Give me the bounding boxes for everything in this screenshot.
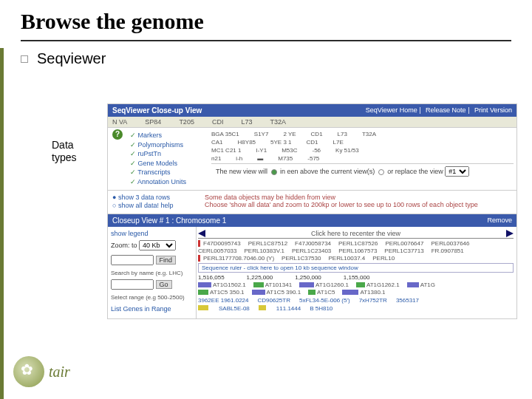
marker-id[interactable]: 3962EE 1961.0224 [198,297,249,304]
feature-id[interactable]: PERL3177708.7046.00 (Y) [203,255,274,262]
feature-id[interactable]: PERL1C87512 [248,240,287,247]
datatype-gene-models[interactable]: Gene Models [130,159,211,168]
locus[interactable]: M53C [282,147,297,154]
gene-model-glyph[interactable] [407,282,419,287]
gene-model-glyph[interactable] [299,282,314,287]
feature-id[interactable]: PERL1C37713 [384,248,423,254]
marker-id[interactable]: B 5H810 [310,305,332,312]
feature-id[interactable]: PERL0076647 [385,240,423,247]
gene-id[interactable]: AT1G1502.1 [213,282,246,288]
locus[interactable]: CD1 [307,139,318,146]
datatype-polymorphisms[interactable]: Polymorphisms [130,140,211,150]
gene-model-glyph[interactable] [198,290,208,295]
locus[interactable]: S1Y7 [254,131,269,137]
feature-id[interactable]: PERL1067573 [338,248,377,254]
link-seqviewer-home[interactable]: SeqViewer Home [366,106,417,114]
radio-show-all-data[interactable]: show all data! help [112,202,197,211]
sequence-ruler-link[interactable]: Sequence ruler - click here to open 10 k… [198,263,514,273]
feature-id[interactable]: CERL0057033 [198,248,236,254]
locus[interactable]: L73 [338,131,347,137]
gene-model-glyph[interactable] [308,290,316,295]
gene-model-glyph[interactable] [253,282,264,287]
radio-show-3-rows[interactable]: show 3 data rows [112,194,197,202]
locus[interactable]: H8Y85 [238,139,256,146]
feature-id[interactable]: PERL10 [372,255,395,262]
locus[interactable]: L7E [333,139,344,146]
feature-id[interactable]: PERL1C87526 [338,240,378,247]
gene-id[interactable]: AT1C5 390.1 [267,289,301,296]
find-button[interactable]: Find [156,256,177,265]
bullet-square-icon [21,55,28,63]
link-release-note[interactable]: Release Note [426,106,466,114]
gene-id[interactable]: AT1380.1 [360,289,385,296]
locus[interactable]: Ky 51/53 [335,147,359,154]
zoom-control: Zoom: to 40 Kb [111,240,193,250]
datatype-annotation-units[interactable]: Annotation Units [130,177,211,187]
gene-id[interactable]: AT1C5 350.1 [210,289,245,296]
marker-id[interactable]: 7xH752TR [359,297,387,304]
locus[interactable]: T32A [362,131,376,137]
gene-id[interactable]: AT1G [420,282,435,288]
feature-id[interactable]: F47J0058734 [295,240,331,247]
gene-id[interactable]: AT1C5 [317,289,335,296]
feature-id[interactable]: PERL1C23403 [292,248,331,254]
feature-id[interactable]: FR.0907851 [432,248,464,254]
feature-id[interactable]: PERL1C37530 [282,255,321,262]
datatype-markers[interactable]: Markers [130,131,211,140]
marker-id[interactable]: 3565317 [396,297,419,304]
ruler-tick: T205 [179,118,194,126]
locus[interactable]: -575 [307,155,319,162]
remove-view-link[interactable]: Remove [487,216,512,225]
datatype-rupsttn[interactable]: ruPstTn [130,149,211,159]
radio-replace-icon[interactable] [378,169,384,175]
radio-insert-icon[interactable] [271,169,277,175]
marker-id[interactable]: SABL5E-08 [219,305,250,312]
locus[interactable]: MC1 C21 1 [211,147,241,154]
help-icon[interactable]: ? [112,129,123,140]
marker-id[interactable]: CD90625TR [258,297,290,304]
locus[interactable]: 2 YE [283,131,296,137]
locus[interactable]: -56 [312,147,321,154]
marker-id[interactable]: 5xFL34-5E-006 (5') [299,297,350,304]
range-input[interactable] [111,279,154,290]
locus[interactable]: M735 [278,155,293,162]
recenter-bar[interactable]: Click here to recenter the view [198,230,514,239]
locus[interactable]: BGA 35C1 [211,131,239,137]
view-select[interactable]: #1 [445,166,469,177]
hidden-data-warning: Some data objects may be hidden from vie… [205,194,512,211]
gene-model-glyph[interactable] [252,290,265,295]
feature-row: PERL3177708.7046.00 (Y)PERL1C37530PERL10… [198,255,514,262]
feature-id[interactable]: PERL10383V.1 [244,248,284,254]
locus[interactable]: i-h [236,155,242,162]
gene-id[interactable]: AT101341 [265,282,292,288]
link-print-version[interactable]: Print Version [474,106,512,114]
feature-id[interactable]: F47D0095743 [203,240,241,247]
insertion-glyph[interactable] [198,305,208,310]
gene-id[interactable]: AT1G1260.1 [316,282,349,288]
tair-logo: tair [13,356,70,387]
marker-id[interactable]: 111.1444 [276,305,301,312]
seqviewer-title: SeqViewer Close-up View [112,106,202,115]
go-button[interactable]: Go [156,280,172,289]
datatype-transcripts[interactable]: Transcripts [130,168,211,177]
locus[interactable]: 5YE 3 1 [270,139,291,146]
zoom-select[interactable]: 40 Kb [139,240,176,250]
insertion-glyph[interactable] [259,305,266,310]
search-name-input[interactable] [111,255,154,265]
locus[interactable]: ▬ [257,155,263,162]
locus[interactable]: n21 [211,155,221,162]
gene-model-glyph[interactable] [356,282,365,287]
gene-model-glyph[interactable] [198,282,211,287]
list-genes-link[interactable]: List Genes in Range [111,305,193,313]
locus[interactable]: I-Y1 [256,147,267,154]
gene-model-glyph[interactable] [342,290,358,295]
feature-id[interactable]: PERL10037.4 [328,255,365,262]
show-legend-link[interactable]: show legend [111,230,193,237]
scroll-left-icon[interactable] [198,230,205,237]
locus[interactable]: CD1 [311,131,323,137]
gene-id[interactable]: AT1G1262.1 [366,282,400,288]
bullet-row: Seqviewer [0,50,532,67]
feature-id[interactable]: PERL0037646 [431,240,469,247]
scroll-right-icon[interactable] [506,230,514,237]
locus[interactable]: CA1 [211,139,223,146]
